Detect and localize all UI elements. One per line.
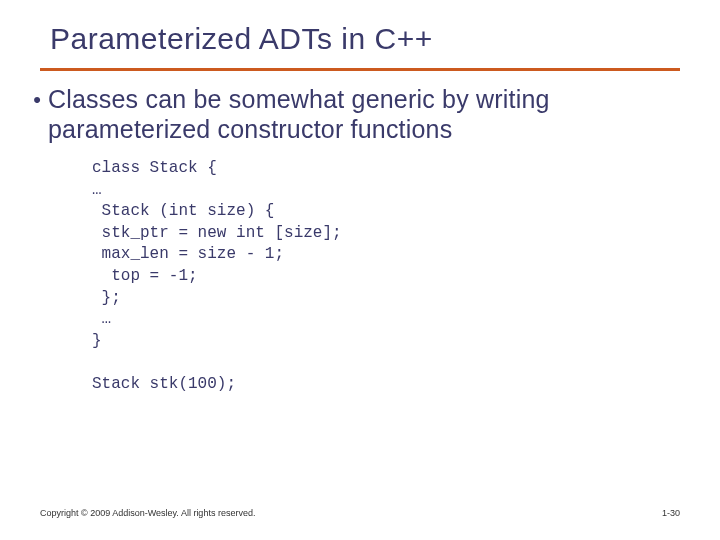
bullet-icon: •: [26, 85, 48, 115]
copyright-footer: Copyright © 2009 Addison-Wesley. All rig…: [40, 508, 255, 518]
bullet-item: • Classes can be somewhat generic by wri…: [26, 85, 680, 144]
slide: Parameterized ADTs in C++ • Classes can …: [0, 0, 720, 540]
slide-title: Parameterized ADTs in C++: [50, 22, 680, 56]
title-underline: [40, 68, 680, 71]
page-number: 1-30: [662, 508, 680, 518]
code-block: class Stack { … Stack (int size) { stk_p…: [92, 158, 680, 396]
bullet-text: Classes can be somewhat generic by writi…: [48, 85, 680, 144]
